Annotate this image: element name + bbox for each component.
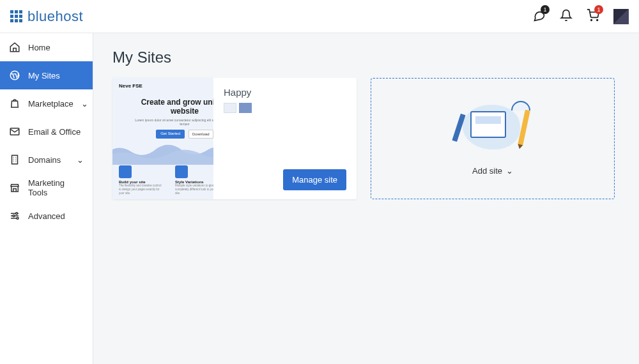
- preview-feature: Style Variations Multiple style variatio…: [175, 165, 213, 195]
- sidebar-item-email[interactable]: Email & Office: [0, 118, 93, 146]
- preview-sub: Lorem ipsum dolor sit amet consectetur a…: [130, 118, 213, 126]
- swatch[interactable]: [239, 103, 252, 113]
- sidebar: Home My Sites Marketplace ⌄ Email & Offi…: [0, 33, 93, 364]
- preview-feature: Build your site The flexibility and crea…: [119, 165, 164, 195]
- mail-icon: [9, 126, 20, 137]
- avatar[interactable]: [613, 9, 629, 24]
- chat-icon[interactable]: 1: [533, 9, 546, 24]
- bell-icon[interactable]: [560, 9, 573, 24]
- color-swatches: [224, 103, 346, 113]
- sliders-icon: [9, 210, 20, 222]
- chat-badge: 1: [541, 5, 550, 14]
- cards-row: Neve FSE Create and grow unique website …: [112, 78, 620, 199]
- brand-grid-icon: [10, 10, 22, 22]
- wordpress-icon: [9, 70, 20, 81]
- preview-cta-primary: Get Started: [156, 130, 185, 139]
- sidebar-item-label: My Sites: [28, 71, 60, 80]
- home-icon: [9, 42, 20, 53]
- svg-point-2: [10, 71, 19, 80]
- cart-icon[interactable]: 1: [587, 9, 599, 24]
- site-preview[interactable]: Neve FSE Create and grow unique website …: [112, 78, 213, 199]
- sidebar-item-marketing[interactable]: Marketing Tools: [0, 174, 93, 202]
- topbar-right: 1 1: [533, 9, 629, 24]
- page-title: My Sites: [112, 49, 620, 66]
- preview-headline: Create and grow unique website: [130, 98, 213, 116]
- preview-theme-label: Neve FSE: [119, 83, 142, 89]
- sidebar-item-my-sites[interactable]: My Sites: [0, 61, 93, 89]
- swatch[interactable]: [224, 103, 236, 113]
- add-site-label: Add site ⌄: [472, 166, 513, 176]
- svg-point-6: [13, 215, 15, 217]
- sidebar-item-label: Marketplace: [28, 99, 73, 109]
- add-site-card[interactable]: Add site ⌄: [371, 78, 615, 199]
- svg-point-5: [16, 213, 18, 215]
- cart-badge: 1: [594, 5, 603, 14]
- sidebar-item-label: Advanced: [28, 211, 65, 221]
- chevron-down-icon: ⌄: [77, 155, 84, 165]
- sidebar-item-marketplace[interactable]: Marketplace ⌄: [0, 89, 93, 118]
- storefront-icon: [9, 182, 20, 193]
- svg-point-0: [591, 19, 592, 20]
- svg-point-1: [597, 19, 598, 20]
- sidebar-item-home[interactable]: Home: [0, 33, 93, 61]
- sidebar-item-label: Marketing Tools: [28, 178, 84, 197]
- sidebar-item-label: Email & Office: [28, 127, 81, 137]
- sidebar-item-label: Domains: [28, 155, 61, 165]
- preview-cta-secondary: Download: [189, 130, 213, 139]
- svg-point-7: [17, 217, 19, 219]
- site-name: Happy: [224, 87, 346, 98]
- bag-icon: [9, 98, 20, 109]
- building-icon: [9, 154, 20, 165]
- sidebar-item-label: Home: [28, 43, 50, 52]
- manage-site-button[interactable]: Manage site: [283, 169, 346, 190]
- brand-word: bluehost: [27, 8, 83, 25]
- svg-rect-4: [12, 155, 18, 164]
- content: My Sites Neve FSE Create and grow unique…: [93, 33, 639, 364]
- add-site-illustration: [458, 102, 528, 152]
- sidebar-item-domains[interactable]: Domains ⌄: [0, 146, 93, 174]
- chevron-down-icon: ⌄: [81, 99, 88, 109]
- chevron-down-icon: ⌄: [506, 166, 513, 176]
- topbar: bluehost 1 1: [0, 0, 639, 33]
- preview-mountains: [112, 139, 213, 165]
- brand[interactable]: bluehost: [10, 8, 83, 25]
- sidebar-item-advanced[interactable]: Advanced: [0, 202, 93, 230]
- site-card: Neve FSE Create and grow unique website …: [112, 78, 357, 199]
